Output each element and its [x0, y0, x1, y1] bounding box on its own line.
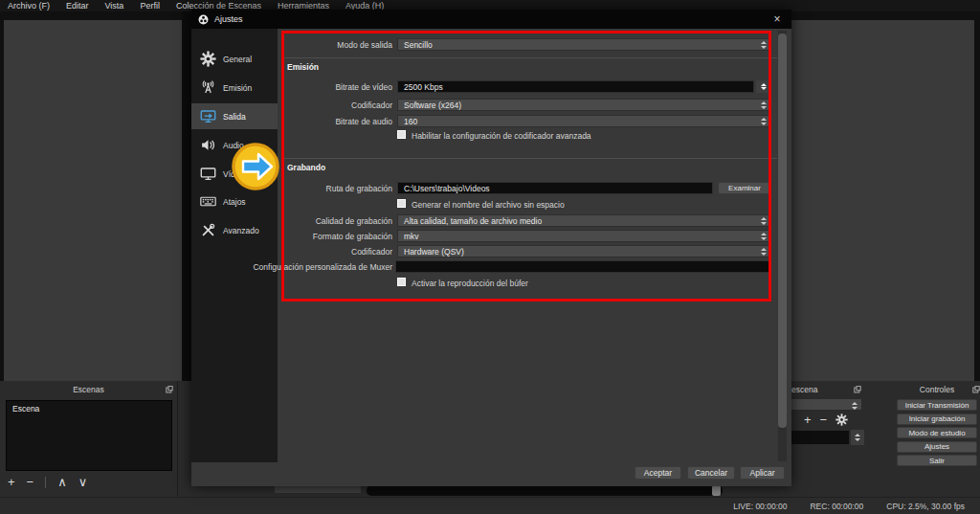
menu-perfil[interactable]: Perfil	[140, 1, 160, 11]
scenes-panel-title: Escenas	[2, 385, 175, 394]
obs-logo-icon	[198, 14, 209, 25]
settings-sidebar: General Emisión Salida Audio Vídeo Atajo…	[191, 29, 278, 462]
click-indicator-arrow-icon	[231, 142, 280, 191]
settings-button[interactable]: Ajustes	[897, 441, 977, 453]
menu-archivo[interactable]: Archivo (F)	[8, 1, 50, 11]
sidebar-item-label: Atajos	[223, 197, 246, 207]
sidebar-item-label: Emisión	[223, 83, 252, 93]
remove-transition-button[interactable]: −	[820, 413, 828, 427]
sidebar-item-avanzado[interactable]: Avanzado	[191, 217, 278, 243]
popout-icon[interactable]	[972, 386, 980, 393]
spinner-arrows-icon[interactable]	[851, 430, 864, 445]
status-bar: LIVE: 00:00:00 REC: 00:00:00 CPU: 2.5%, …	[0, 497, 980, 514]
dialog-titlebar[interactable]: Ajustes ×	[191, 10, 791, 29]
red-highlight-rectangle	[281, 31, 771, 302]
popout-icon[interactable]	[854, 386, 861, 393]
output-icon	[200, 108, 216, 124]
keyboard-icon	[200, 193, 216, 210]
rec-time: REC: 00:00:00	[810, 502, 863, 511]
sidebar-item-emision[interactable]: Emisión	[191, 75, 278, 101]
gear-icon	[200, 51, 216, 67]
dock-divider	[177, 381, 178, 496]
cpu-fps: CPU: 2.5%, 30.00 fps	[886, 502, 965, 511]
dialog-title: Ajustes	[214, 14, 769, 24]
monitor-icon	[200, 166, 216, 182]
add-scene-button[interactable]: +	[8, 476, 15, 489]
start-streaming-button[interactable]: Iniciar Transmisión	[897, 399, 977, 411]
sidebar-item-general[interactable]: General	[191, 46, 278, 72]
menu-vista[interactable]: Vista	[105, 1, 124, 11]
scenes-toolbar: + − ∧ ∨	[8, 475, 87, 490]
popout-icon[interactable]	[166, 386, 173, 393]
preview-canvas-edge	[182, 11, 191, 381]
sidebar-item-atajos[interactable]: Atajos	[191, 189, 278, 214]
move-scene-down-button[interactable]: ∨	[78, 476, 88, 489]
cancel-button[interactable]: Cancelar	[687, 466, 735, 480]
volume-slider-handle[interactable]	[712, 485, 721, 496]
remove-scene-button[interactable]: −	[27, 476, 34, 489]
scenes-list[interactable]: Escena	[6, 400, 172, 471]
studio-mode-button[interactable]: Modo de estudio	[897, 427, 977, 438]
controls-panel-title: Controles	[895, 385, 979, 394]
scene-list-item[interactable]: Escena	[7, 401, 171, 416]
broadcast-icon	[200, 79, 216, 96]
scenes-panel: Escenas Escena + − ∧ ∨	[2, 383, 175, 496]
toolbar-divider	[45, 477, 46, 488]
sidebar-item-label: Avanzado	[223, 226, 259, 235]
exit-button[interactable]: Salir	[897, 455, 977, 466]
spinner-arrows-icon[interactable]	[848, 402, 861, 410]
move-scene-up-button[interactable]: ∧	[57, 476, 67, 489]
sidebar-item-label: General	[223, 55, 252, 64]
volume-slider[interactable]	[367, 485, 723, 496]
transition-properties-gear-icon[interactable]	[835, 413, 848, 426]
add-transition-button[interactable]: +	[804, 413, 812, 427]
apply-button[interactable]: Aplicar	[740, 466, 785, 480]
speaker-icon	[200, 137, 216, 153]
transition-toolbar: + −	[804, 412, 867, 428]
accept-button[interactable]: Aceptar	[635, 466, 681, 480]
controls-panel: Controles Iniciar Transmisión Iniciar gr…	[895, 383, 979, 496]
sidebar-item-label: Salida	[223, 112, 246, 122]
obs-main-window: Archivo (F) Editar Vista Perfil Colecció…	[0, 0, 980, 514]
close-icon[interactable]: ×	[769, 12, 785, 26]
sidebar-item-salida[interactable]: Salida	[191, 103, 278, 129]
scrollbar-thumb[interactable]	[778, 34, 787, 428]
start-recording-button[interactable]: Iniciar grabación	[897, 413, 977, 425]
menu-editar[interactable]: Editar	[66, 1, 89, 11]
live-time: LIVE: 00:00:00	[733, 502, 787, 511]
tools-icon	[200, 222, 216, 238]
